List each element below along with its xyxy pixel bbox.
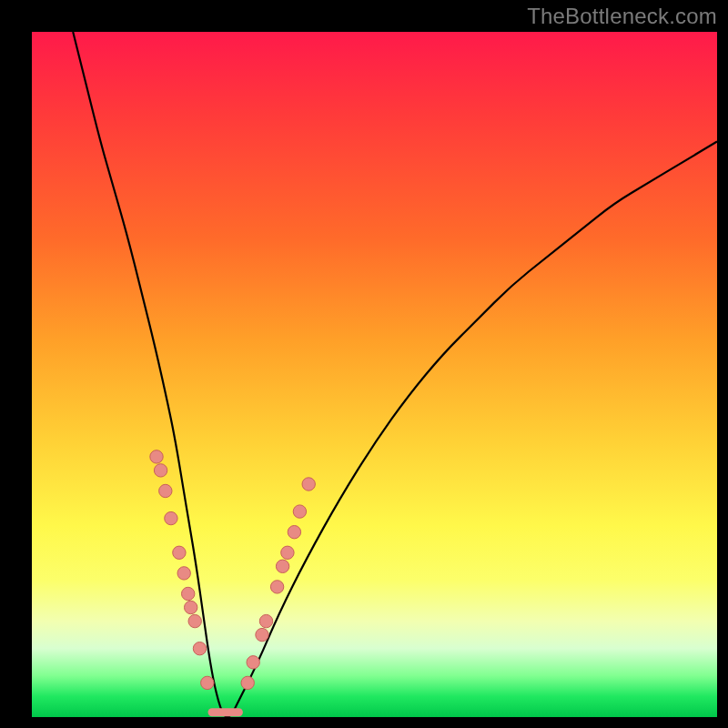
data-marker bbox=[182, 587, 195, 600]
data-marker bbox=[281, 546, 294, 559]
data-marker bbox=[185, 601, 197, 613]
plot-area bbox=[32, 32, 717, 717]
data-marker bbox=[247, 656, 259, 669]
data-marker bbox=[173, 546, 186, 559]
curve-svg bbox=[32, 32, 717, 717]
data-marker bbox=[150, 450, 163, 463]
data-marker bbox=[270, 581, 283, 593]
data-marker bbox=[241, 676, 254, 689]
data-marker bbox=[276, 560, 288, 572]
data-marker bbox=[201, 676, 214, 689]
data-marker bbox=[165, 511, 177, 524]
data-marker bbox=[302, 478, 315, 490]
data-marker bbox=[154, 464, 167, 477]
chart-frame: TheBottleneck.com bbox=[0, 0, 728, 728]
data-marker bbox=[193, 642, 206, 655]
data-marker bbox=[188, 614, 201, 627]
data-marker bbox=[293, 505, 306, 518]
data-marker bbox=[256, 628, 268, 641]
bottleneck-curve bbox=[73, 32, 717, 717]
markers-right bbox=[241, 478, 315, 690]
data-marker bbox=[177, 567, 190, 580]
watermark-text: TheBottleneck.com bbox=[527, 4, 717, 29]
data-marker bbox=[259, 614, 272, 627]
data-marker bbox=[159, 484, 172, 497]
data-marker bbox=[288, 526, 300, 539]
